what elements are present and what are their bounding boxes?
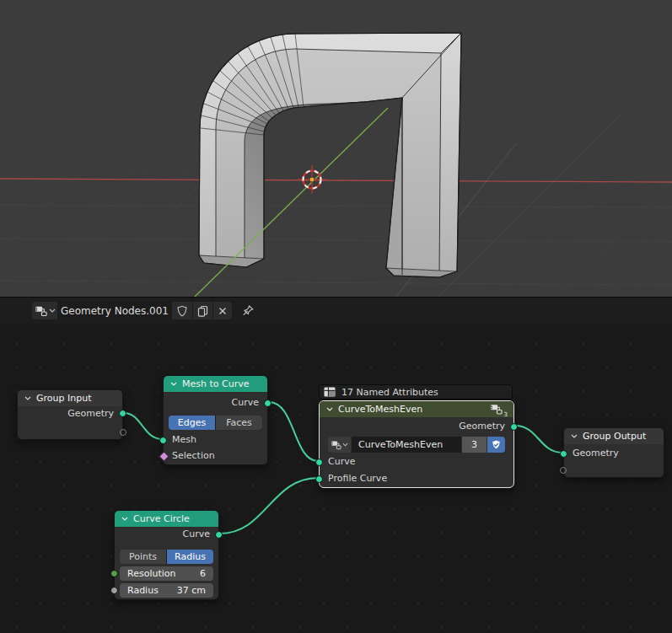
group-user-count: 3 [504,411,508,418]
group-user-count-button[interactable]: 3 [462,437,487,453]
blender-window: Geometry Nodes.001 [0,0,672,633]
pin-icon [242,304,255,317]
output-label-geometry: Geometry [320,420,513,433]
spreadsheet-icon [324,387,336,397]
node-title: Group Output [583,431,646,442]
resolution-value: 6 [200,568,206,579]
object-origin-dot [309,177,314,182]
pin-toggle[interactable] [242,304,255,317]
node-group-output[interactable]: Group Output Geometry [563,427,664,478]
node-editor-canvas[interactable]: Group Input Geometry Mesh to Curve Curve… [0,324,672,633]
node-curve-to-mesh-even[interactable]: CurveToMeshEven 3 Geometry [319,400,514,488]
socket-resolution-input[interactable] [110,570,118,577]
mode-toggle: Points Radius [120,550,213,564]
collapse-chevron-icon[interactable] [121,517,128,521]
socket-radius-input[interactable] [110,587,118,594]
output-label-curve: Curve [115,528,218,541]
node-title: CurveToMeshEven [338,404,422,415]
socket-geometry-output[interactable] [119,410,126,417]
node-header[interactable]: Group Output [564,428,664,444]
viewport-3d[interactable] [0,0,672,297]
link-curvecircle-curvetomesh [220,478,318,534]
viewport-scene [0,0,672,297]
link-curvetomesh-groupoutput [515,426,562,453]
collapse-chevron-icon[interactable] [170,382,177,386]
datablock-selector: Geometry Nodes.001 [32,302,232,319]
collapse-chevron-icon[interactable] [24,396,31,400]
unlink-datablock-button[interactable] [213,302,232,319]
node-mesh-to-curve[interactable]: Mesh to Curve Curve Edges Faces Mesh Sel… [163,375,268,465]
socket-virtual[interactable] [560,467,567,474]
cursor-3d[interactable] [298,165,326,194]
node-tree-icon [331,439,341,450]
mode-points-button[interactable]: Points [120,550,166,564]
socket-virtual[interactable] [120,429,126,436]
link-groupinput-meshtocurve [124,413,162,439]
close-icon [218,307,227,315]
group-tree-browse-button[interactable] [328,437,351,453]
radius-value: 37 cm [177,585,206,596]
node-title: Curve Circle [133,513,190,524]
group-users-indicator: 3 [490,403,507,416]
named-attributes-text: 17 Named Attributes [341,387,438,398]
node-tree-icon [490,403,503,416]
socket-geometry-input[interactable] [560,450,567,458]
shield-icon [177,305,187,317]
fake-user-shield-button[interactable] [487,437,505,453]
node-header[interactable]: Mesh to Curve [164,376,267,392]
mode-radius-button[interactable]: Radius [167,550,213,564]
node-title: Group Input [36,393,91,404]
radius-label: Radius [127,585,159,596]
node-header[interactable]: Group Input [18,390,122,406]
copy-icon [197,305,208,317]
mesh-arch-tube[interactable] [199,33,461,277]
output-label-geometry: Geometry [18,407,122,421]
chevron-down-icon [49,308,56,313]
input-label-curve: Curve [320,455,513,469]
radius-field[interactable]: Radius 37 cm [120,583,213,598]
node-curve-circle[interactable]: Curve Circle Curve Points Radius Resolut… [114,510,219,600]
collapse-chevron-icon[interactable] [571,434,578,438]
node-tree-browse-button[interactable] [32,302,57,319]
node-tree-icon [35,304,47,317]
mode-faces-button[interactable]: Faces [216,416,262,430]
axis-x-line [0,179,672,182]
input-label-selection: Selection [164,449,267,463]
input-label-profile-curve: Profile Curve [320,472,513,485]
socket-geometry-output[interactable] [510,423,518,431]
resolution-field[interactable]: Resolution 6 [120,566,213,581]
node-header[interactable]: CurveToMeshEven 3 [320,401,513,417]
fake-user-button[interactable] [172,302,192,319]
socket-curve-output[interactable] [215,531,223,539]
node-editor-header: Geometry Nodes.001 [0,297,672,324]
socket-curve-input[interactable] [315,459,323,466]
resolution-label: Resolution [127,568,175,579]
link-meshtocurve-curvetomesh [269,402,318,461]
socket-profile-curve-input[interactable] [315,475,323,483]
socket-mesh-input[interactable] [159,437,167,444]
datablock-name-field[interactable]: Geometry Nodes.001 [58,302,171,319]
node-title: Mesh to Curve [182,378,249,389]
shield-check-icon [490,439,503,451]
group-name-field[interactable]: CurveToMeshEven [352,437,461,453]
input-label-mesh: Mesh [164,433,267,447]
named-attributes-badge: 17 Named Attributes [319,384,513,400]
mode-toggle: Edges Faces [169,416,262,430]
node-header[interactable]: Curve Circle [115,511,218,527]
chevron-down-icon [342,443,348,447]
duplicate-datablock-button[interactable] [193,302,212,319]
output-label-curve: Curve [164,396,267,410]
mode-edges-button[interactable]: Edges [169,416,215,430]
group-datablock-row: CurveToMeshEven 3 [328,437,505,453]
node-group-input[interactable]: Group Input Geometry [17,389,123,440]
socket-curve-output[interactable] [264,400,271,407]
input-label-geometry: Geometry [564,447,664,460]
collapse-chevron-icon[interactable] [326,407,333,411]
